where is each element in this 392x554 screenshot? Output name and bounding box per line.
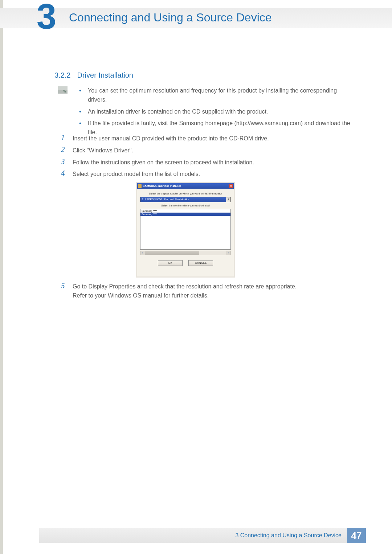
section-heading: 3.2.2Driver Installation: [54, 71, 133, 79]
step-5-text: Go to Display Properties and check that …: [73, 282, 297, 300]
page-left-border: [0, 0, 3, 554]
note-indicator: [58, 86, 70, 94]
note-bullet-1: You can set the optimum resolution and f…: [79, 86, 355, 104]
monitor-option-1: Samsung ****: [140, 209, 230, 213]
step-1-number: 1: [61, 134, 70, 142]
cancel-button: CANCEL: [188, 260, 213, 266]
step-4: 4 Select your product model from the lis…: [61, 169, 355, 179]
step-3-text: Follow the instructions given on the scr…: [73, 157, 254, 167]
installer-title: SAMSUNG monitor installer: [138, 184, 181, 188]
section-number: 3.2.2: [54, 71, 70, 79]
step-1-text: Insert the user manual CD provided with …: [73, 134, 269, 143]
chapter-number-badge: 3: [32, 0, 61, 33]
step-5: 5 Go to Display Properties and check tha…: [61, 282, 355, 300]
step-1: 1 Insert the user manual CD provided wit…: [61, 134, 355, 143]
step-5-number: 5: [61, 282, 70, 290]
step-2-number: 2: [61, 145, 70, 154]
ok-button: OK: [158, 260, 183, 266]
scrollbar-thumb: [145, 251, 199, 255]
chapter-number: 3: [37, 2, 57, 30]
chapter-title: Connecting and Using a Source Device: [69, 11, 272, 24]
installer-title-text: SAMSUNG monitor installer: [143, 184, 181, 188]
step-3-number: 3: [61, 157, 70, 166]
installer-body: Select the display adapter on which you …: [137, 189, 234, 269]
step-2: 2 Click "Windows Driver".: [61, 145, 355, 155]
step-4-number: 4: [61, 169, 70, 177]
step-2-text: Click "Windows Driver".: [73, 145, 133, 155]
section-title: Driver Installation: [77, 71, 133, 79]
horizontal-scrollbar: [140, 251, 231, 255]
step-4-text: Select your product model from the list …: [73, 169, 200, 179]
numbered-steps: 1 Insert the user manual CD provided wit…: [61, 134, 355, 181]
step-5-container: 5 Go to Display Properties and check tha…: [61, 282, 355, 303]
page-footer: 3 Connecting and Using a Source Device 4…: [39, 528, 366, 543]
installer-prompt-monitor: Select the monitor which you want to ins…: [140, 204, 231, 207]
installer-title-bar: SAMSUNG monitor installer ×: [137, 183, 234, 189]
adapter-dropdown: 1. RADEON 9550 : Plug and Play Monitor: [140, 197, 231, 202]
note-bullet-2: An installation driver is contained on t…: [79, 107, 355, 116]
monitor-listbox: Samsung **** Samsung ****: [140, 209, 231, 250]
monitor-option-2-selected: Samsung ****: [140, 213, 230, 216]
step-3: 3 Follow the instructions given on the s…: [61, 157, 355, 167]
footer-chapter-label: 3 Connecting and Using a Source Device: [235, 532, 342, 539]
footer-page-number: 47: [347, 528, 366, 543]
installer-window-screenshot: SAMSUNG monitor installer × Select the d…: [136, 182, 235, 278]
installer-app-icon: [138, 184, 142, 188]
installer-button-row: OK CANCEL: [140, 259, 231, 266]
note-bullet-list: You can set the optimum resolution and f…: [79, 86, 355, 140]
close-icon: ×: [229, 184, 233, 188]
step-5-line-b: Refer to your Windows OS manual for furt…: [73, 292, 209, 299]
note-paper-icon: [58, 86, 68, 94]
installer-prompt-adapter: Select the display adapter on which you …: [140, 192, 231, 195]
step-5-line-a: Go to Display Properties and check that …: [73, 283, 297, 290]
